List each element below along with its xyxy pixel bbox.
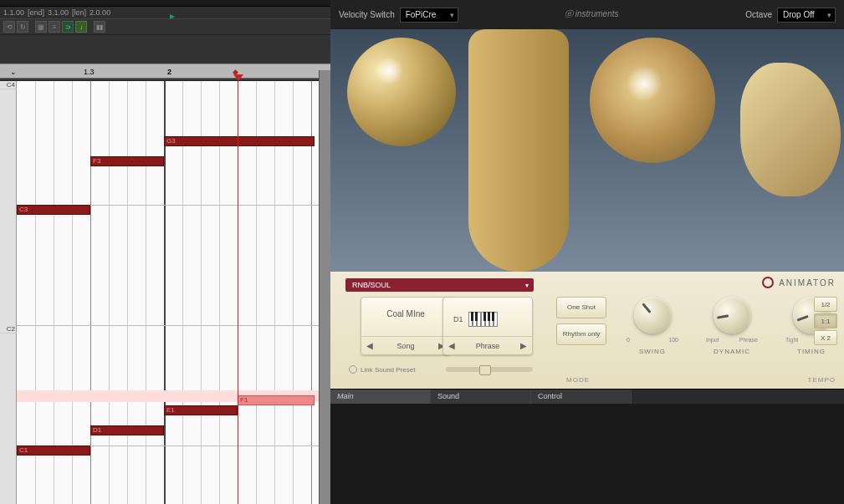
status-len-label: [len] [72,8,86,17]
tempo-section-label: TEMPO [808,376,836,384]
scrollbar-vertical[interactable] [319,70,330,504]
velocity-switch-label: Velocity Switch [339,10,395,19]
piano-grid[interactable]: C3 F3 G3 C1 D1 E1 F1 [17,81,330,504]
tool-bars-icon[interactable]: ≡ [49,21,60,33]
status-start: 1.1.00 [3,8,24,17]
phrase-box: D1 ◀ Phrase ▶ [442,297,533,355]
midi-note[interactable]: C3 [17,205,90,215]
tool-forward-icon[interactable]: ↻ [17,21,28,33]
phrase-slider[interactable] [446,367,533,372]
song-prev-icon[interactable]: ◀ [361,341,378,350]
status-bar: 1.1.00 [end] 3.1.00 [len] 2.0.00 [0,7,330,18]
midi-note[interactable]: C1 [17,445,90,456]
key-c2[interactable]: C2 [0,325,17,333]
animator-label: ANIMATOR [762,277,836,288]
octave-select[interactable]: Drop Off [777,8,836,23]
swing-knob-group: 0100 SWING [623,297,682,355]
status-end-label: [end] [28,8,44,17]
tab-bar: Main Sound Control [330,389,844,404]
one-shot-button[interactable]: One Shot [556,297,606,318]
instrument-image [330,29,844,272]
phrase-next-icon[interactable]: ▶ [515,341,532,350]
ruler-marker-1: ⌄ [10,68,17,76]
swing-label: SWING [639,348,666,355]
daw-panel: 1.1.00 [end] 3.1.00 [len] 2.0.00 ⟲ ↻ ▦ ≡… [0,0,330,504]
dynamic-knob-group: InputPhrase DYNAMIC [703,297,761,355]
ruler[interactable]: ⌄ 1.3 2 ◆ [0,35,330,81]
bottom-area [330,404,844,504]
piano-roll[interactable]: C4 C2 [0,81,330,504]
midi-note[interactable]: G3 [164,136,315,146]
tab-sound[interactable]: Sound [431,389,531,404]
dynamic-knob[interactable] [714,297,750,333]
control-panel: RNB/SOUL ANIMATOR Coal MIne ◀ Song ▶ D1 [330,272,844,389]
velocity-switch-dropdown: Velocity Switch FoPiCre [339,8,458,23]
key-c4[interactable]: C4 [0,81,17,89]
instrument-header: Velocity Switch FoPiCre ⓔ instruments Oc… [330,0,844,29]
status-len: 2.0.00 [90,8,110,17]
velocity-switch-select[interactable]: FoPiCre [400,8,458,23]
midi-note[interactable]: D1 [90,425,164,435]
tool-loop-icon[interactable]: ⊃ [62,21,74,33]
tool-piano-icon[interactable]: ▮▮ [94,21,105,33]
brand-logo: ⓔ instruments [565,8,618,20]
tool-record-icon[interactable]: ↓ [75,21,87,33]
piano-keys[interactable]: C4 C2 [0,81,17,504]
instrument-panel: Velocity Switch FoPiCre ⓔ instruments Oc… [330,0,844,504]
song-nav-label: Song [378,342,433,350]
play-icon[interactable]: ▸ [170,10,180,20]
swing-knob[interactable] [634,297,671,333]
tempo-one-button[interactable]: 1:1 [814,313,837,328]
octave-label: Octave [745,10,772,19]
timing-label: TIMING [797,348,826,355]
rhythm-only-button[interactable]: Rhythm only [556,323,606,345]
midi-note-selected[interactable]: F1 [238,395,315,405]
phrase-nav-label: Phrase [460,342,515,350]
timeline-area: ⌄ 1.3 2 ◆ C4 C2 [0,35,330,504]
tool-grid-icon[interactable]: ▦ [35,21,47,33]
toolbar: ⟲ ↻ ▦ ≡ ⊃ ↓ ▮▮ [0,18,330,35]
playhead[interactable] [238,81,238,504]
ruler-tick-2: 2 [167,68,171,76]
mini-keyboard-icon [468,312,498,327]
song-name: Coal MIne [361,298,450,333]
tempo-half-button[interactable]: 1/2 [814,297,837,312]
ruler-tick-1.3: 1.3 [84,68,95,76]
tempo-double-button[interactable]: X 2 [814,330,837,345]
phrase-prev-icon[interactable]: ◀ [443,341,460,350]
daw-top-bar [0,0,330,7]
dynamic-label: DYNAMIC [714,348,750,355]
tab-main[interactable]: Main [330,389,431,404]
mode-section-label: MODE [566,376,590,384]
song-box: Coal MIne ◀ Song ▶ [361,297,451,355]
preset-category-dropdown[interactable]: RNB/SOUL [345,278,534,292]
link-sound-preset-toggle[interactable]: Link Sound Preset [349,365,415,374]
midi-note[interactable]: E1 [164,405,238,415]
status-end: 3.1.00 [48,8,69,17]
midi-note[interactable]: F3 [90,156,164,166]
tool-repeat-icon[interactable]: ⟲ [3,21,15,33]
tab-control[interactable]: Control [531,389,632,404]
phrase-key: D1 [453,315,463,323]
